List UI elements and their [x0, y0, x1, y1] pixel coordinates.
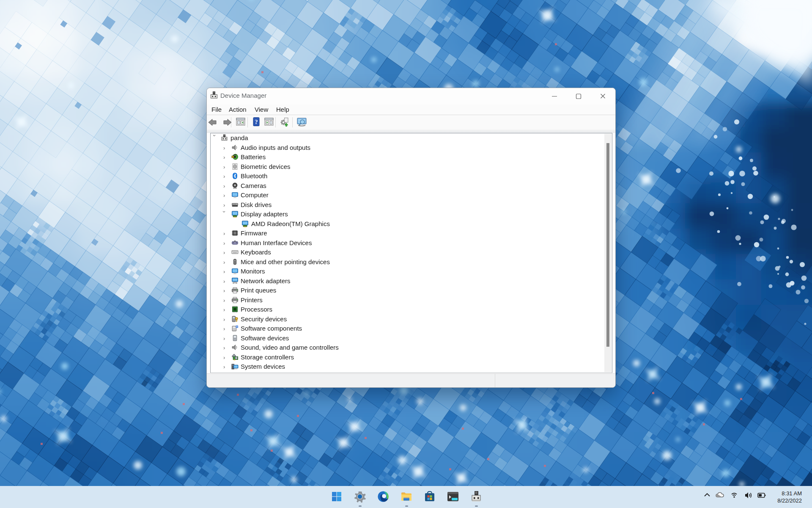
- svg-text:?: ?: [255, 119, 258, 125]
